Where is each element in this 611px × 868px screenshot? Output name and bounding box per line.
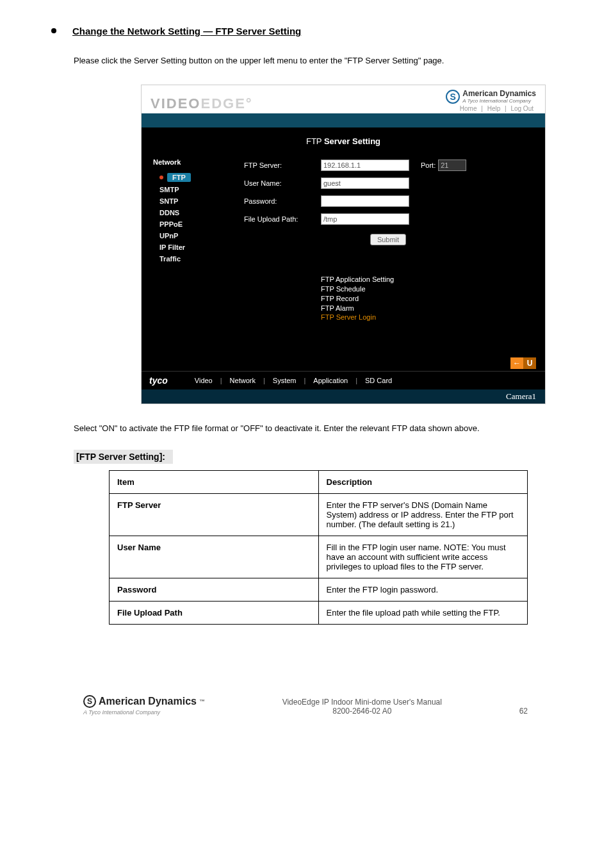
footnav-sdcard[interactable]: SD Card — [365, 377, 392, 384]
sidebar-item-ipfilter[interactable]: IP Filter — [153, 242, 238, 253]
footer-brand: SAmerican Dynamics™ A Tyco International… — [83, 695, 205, 716]
row-key: FTP Server — [110, 494, 319, 536]
port-input[interactable] — [438, 160, 466, 171]
username-input[interactable] — [321, 177, 409, 189]
row-key: User Name — [110, 536, 319, 578]
footer-brand-sub: A Tyco International Company — [83, 709, 205, 716]
header-bar — [142, 113, 545, 127]
after-screenshot-text: Select "ON" to activate the FTP file for… — [74, 423, 573, 433]
password-input[interactable] — [321, 195, 409, 207]
sidebar-item-traffic[interactable]: Traffic — [153, 253, 238, 265]
upload-path-input[interactable] — [321, 213, 409, 225]
arrow-u-icon[interactable]: U — [523, 357, 536, 369]
top-links: Home | Help | Log Out — [446, 105, 536, 112]
row-val: Fill in the FTP login user name. NOTE: Y… — [318, 536, 528, 578]
row-val: Enter the FTP login password. — [318, 578, 528, 602]
sidebar-item-ftp[interactable]: FTP — [153, 171, 238, 184]
app-screenshot: VIDEOEDGE° S American Dynamics A Tyco In… — [141, 85, 546, 404]
brand-name: American Dynamics — [462, 89, 536, 98]
ftp-links: FTP Application Setting FTP Schedule FTP… — [321, 275, 532, 322]
submit-button[interactable]: Submit — [370, 234, 406, 245]
settings-table: Item Description FTP Server Enter the FT… — [109, 470, 528, 625]
link-ftp-app-setting[interactable]: FTP Application Setting — [321, 275, 532, 284]
footnav-video[interactable]: Video — [195, 377, 213, 384]
th-desc: Description — [318, 471, 528, 494]
link-ftp-alarm[interactable]: FTP Alarm — [321, 304, 532, 313]
upload-path-label: File Upload Path: — [244, 215, 321, 223]
row-key: File Upload Path — [110, 602, 319, 625]
link-ftp-server-login[interactable]: FTP Server Login — [321, 313, 532, 322]
username-label: User Name: — [244, 179, 321, 187]
camera-label: Camera1 — [142, 389, 545, 404]
screenshot-footer: ← U tyco Video| Network| System| Applica… — [142, 371, 545, 389]
sidebar-item-ddns[interactable]: DDNS — [153, 207, 238, 218]
row-val: Enter the file upload path while setting… — [318, 602, 528, 625]
active-dot-icon — [159, 176, 163, 179]
link-ftp-record[interactable]: FTP Record — [321, 294, 532, 304]
home-link[interactable]: Home — [460, 105, 477, 112]
footer-page-number: 62 — [519, 707, 528, 716]
nav-arrow-box[interactable]: ← U — [510, 357, 536, 369]
link-ftp-schedule[interactable]: FTP Schedule — [321, 284, 532, 294]
ftp-server-label: FTP Server: — [244, 161, 321, 169]
footnav-system[interactable]: System — [273, 377, 297, 384]
sidebar-item-smtp[interactable]: SMTP — [153, 184, 238, 195]
page-heading: Change the Network Setting — FTP Server … — [72, 26, 301, 37]
sidebar-item-upnp[interactable]: UPnP — [153, 230, 238, 242]
ad-logo-icon: S — [446, 90, 460, 104]
brand-sub: A Tyco International Company — [462, 98, 536, 104]
port-label: Port: — [421, 161, 436, 169]
ad-footer-icon: S — [83, 695, 96, 708]
sidebar-item-sntp[interactable]: SNTP — [153, 195, 238, 207]
sidebar-item-pppoe[interactable]: PPPoE — [153, 218, 238, 230]
th-item: Item — [110, 471, 319, 494]
help-link[interactable]: Help — [487, 105, 501, 112]
password-label: Password: — [244, 197, 321, 205]
row-val: Enter the FTP server's DNS (Domain Name … — [318, 494, 528, 536]
sidebar: Network FTP SMTP SNTP DDNS PPPoE UPnP IP… — [142, 127, 238, 371]
section-heading: [FTP Server Setting]: — [74, 450, 173, 464]
panel-title: FTP Server Setting — [142, 136, 545, 146]
logout-link[interactable]: Log Out — [510, 105, 534, 112]
row-key: Password — [110, 578, 319, 602]
footer-center: VideoEdge IP Indoor Mini-dome User's Man… — [282, 698, 442, 716]
videoedge-logo: VIDEOEDGE° — [151, 95, 253, 112]
bullet-icon — [51, 28, 56, 33]
tyco-logo: tyco — [149, 375, 168, 386]
sidebar-group-network[interactable]: Network — [153, 158, 238, 166]
footnav-network[interactable]: Network — [230, 377, 256, 384]
arrow-left-icon[interactable]: ← — [510, 357, 523, 369]
ftp-server-input[interactable] — [321, 160, 409, 171]
intro-text: Please click the Server Setting button o… — [74, 56, 573, 65]
footnav-application[interactable]: Application — [313, 377, 348, 384]
